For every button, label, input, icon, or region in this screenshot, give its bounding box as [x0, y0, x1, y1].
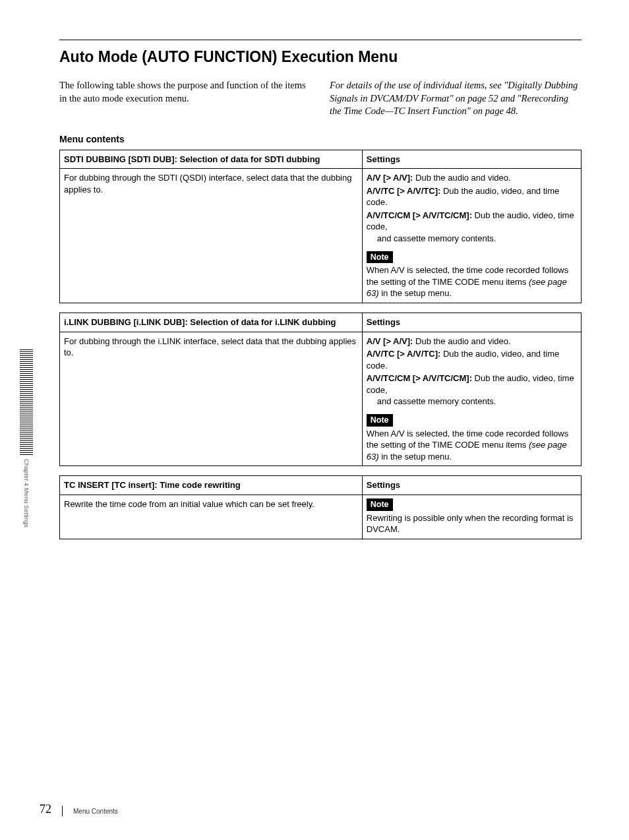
- table-body-right: Note Rewriting is possible only when the…: [362, 495, 581, 539]
- footer-label: Menu Contents: [73, 808, 118, 816]
- menu-contents-heading: Menu contents: [59, 134, 582, 144]
- table-header-left: TC INSERT [TC insert]: Time code rewriti…: [60, 476, 363, 495]
- footer-separator: [62, 806, 63, 816]
- side-rule-icon: [20, 349, 33, 455]
- table-header-right: Settings: [362, 476, 581, 495]
- table-header-right: Settings: [362, 313, 581, 332]
- note-badge: Note: [367, 498, 393, 511]
- note-text: When A/V is selected, the time code reco…: [367, 264, 577, 299]
- note-post: in the setup menu.: [379, 452, 452, 462]
- setting-label: A/V/TC [> A/V/TC]:: [367, 349, 441, 359]
- settings-table-ilink: i.LINK DUBBING [i.LINK DUB]: Selection o…: [59, 313, 582, 466]
- table-row: For dubbing through the i.LINK interface…: [60, 332, 582, 466]
- table-header-right: Settings: [362, 150, 581, 169]
- setting-label: A/V [> A/V]:: [367, 336, 413, 346]
- intro-columns: The following table shows the purpose an…: [59, 79, 582, 118]
- table-row: For dubbing through the SDTI (QSDI) inte…: [60, 169, 582, 303]
- intro-left: The following table shows the purpose an…: [59, 79, 311, 118]
- setting-label: A/V/TC [> A/V/TC]:: [367, 186, 441, 196]
- note-text: Rewriting is possible only when the reco…: [367, 512, 577, 535]
- setting-label: A/V/TC/CM [> A/V/TC/CM]:: [367, 210, 472, 220]
- table-body-left: For dubbing through the i.LINK interface…: [60, 332, 363, 466]
- table-body-left: Rewrite the time code from an initial va…: [60, 495, 363, 539]
- setting-text: Dub the audio and video.: [413, 336, 510, 346]
- table-body-left: For dubbing through the SDTI (QSDI) inte…: [60, 169, 363, 303]
- note-badge: Note: [367, 251, 393, 264]
- settings-table-sdti: SDTI DUBBING [SDTI DUB]: Selection of da…: [59, 150, 582, 303]
- note-pre: Rewriting is possible only when the reco…: [367, 513, 574, 535]
- table-row: Rewrite the time code from an initial va…: [60, 495, 582, 539]
- section-heading: Auto Mode (AUTO FUNCTION) Execution Menu: [59, 48, 582, 66]
- setting-indent: and cassette memory contents.: [377, 396, 577, 407]
- table-body-right: A/V [> A/V]: Dub the audio and video. A/…: [362, 332, 581, 466]
- setting-label: A/V [> A/V]:: [367, 173, 413, 183]
- intro-right: For details of the use of individual ite…: [330, 79, 582, 118]
- note-post: in the setup menu.: [379, 288, 452, 298]
- note-text: When A/V is selected, the time code reco…: [367, 428, 577, 463]
- setting-text: Dub the audio and video.: [413, 173, 510, 183]
- side-chapter-label: Chapter 4 Menu Settings: [23, 459, 30, 527]
- page-number: 72: [40, 802, 51, 816]
- table-body-right: A/V [> A/V]: Dub the audio and video. A/…: [362, 169, 581, 303]
- setting-label: A/V/TC/CM [> A/V/TC/CM]:: [367, 373, 472, 383]
- settings-table-tcinsert: TC INSERT [TC insert]: Time code rewriti…: [59, 475, 582, 539]
- page-footer: 72 Menu Contents: [40, 802, 118, 816]
- table-header-left: i.LINK DUBBING [i.LINK DUB]: Selection o…: [60, 313, 363, 332]
- table-header-left: SDTI DUBBING [SDTI DUB]: Selection of da…: [60, 150, 363, 169]
- side-marker: Chapter 4 Menu Settings: [20, 349, 33, 527]
- note-badge: Note: [367, 414, 393, 427]
- setting-indent: and cassette memory contents.: [377, 233, 577, 245]
